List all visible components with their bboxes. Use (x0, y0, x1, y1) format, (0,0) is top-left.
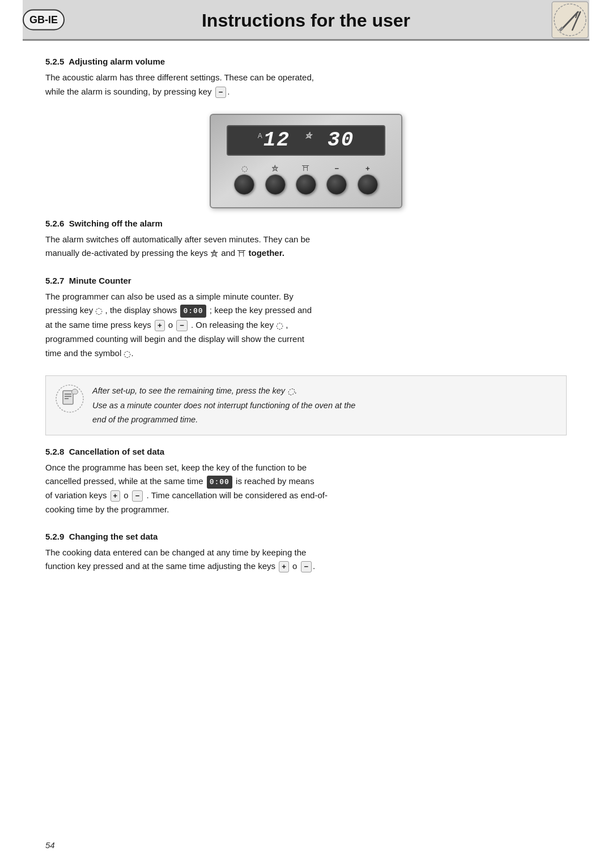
section-526-title: 5.2.6 Switching off the alarm (45, 219, 567, 228)
btn-flame (265, 174, 286, 195)
note-icon (55, 384, 84, 413)
plus-key-icon-1: + (155, 320, 165, 331)
bell-icon-note: ◌ (287, 387, 295, 396)
btn-minus (326, 174, 347, 195)
display-buttons-row: ◌ ⛤ ⛩ − (227, 165, 385, 195)
plus-key-icon-3: + (279, 561, 289, 572)
display-image-container: A 12 ⛤ 30 ◌ ⛤ (45, 114, 567, 208)
minus-label-icon: − (335, 165, 339, 172)
minus-key-icon-2: − (176, 320, 188, 331)
flame-icon-inline1: ⛤ (210, 249, 219, 258)
plus-key-icon-2: + (110, 490, 121, 502)
flame-label-icon: ⛤ (271, 165, 279, 172)
minus-key-icon-4: − (301, 561, 312, 572)
btn-bell (234, 174, 254, 195)
bell-icon-inline2: ◌ (276, 320, 283, 330)
display-time: 12 ⛤ 30 (264, 129, 355, 152)
bell-icon-inline3: ◌ (124, 349, 131, 358)
display-0-00-inline2: 0:00 (207, 476, 232, 489)
section-529: 5.2.9 Changing the set data The cooking … (45, 532, 567, 574)
section-525-body: The acoustic alarm has three different s… (45, 71, 567, 99)
section-525-title: 5.2.5 Adjusting alarm volume (45, 57, 567, 66)
bell-icon-inline1: ◌ (95, 306, 103, 315)
section-527-title: 5.2.7 Minute Counter (45, 276, 567, 285)
btn-group-plus: + (358, 165, 378, 195)
plus-label-icon: + (366, 165, 370, 172)
display-0-00-inline1: 0:00 (180, 305, 206, 318)
main-content: 5.2.5 Adjusting alarm volume The acousti… (0, 41, 612, 611)
grill-icon-inline1: ⛩ (237, 249, 246, 258)
page-title: Instructions for the user (202, 10, 410, 31)
section-528-title: 5.2.8 Cancellation of set data (45, 447, 567, 456)
note-box: After set-up, to see the remaining time,… (45, 375, 567, 435)
btn-group-flame: ⛤ (265, 165, 286, 195)
section-529-body: The cooking data entered can be changed … (45, 546, 567, 574)
chef-icon (551, 1, 589, 39)
section-528: 5.2.8 Cancellation of set data Once the … (45, 447, 567, 517)
section-528-body: Once the programme has been set, keep th… (45, 461, 567, 517)
note-text: After set-up, to see the remaining time,… (92, 384, 355, 426)
section-527: 5.2.7 Minute Counter The programmer can … (45, 276, 567, 361)
btn-group-grill: ⛩ (296, 165, 316, 195)
page-header: GB-IE Instructions for the user (23, 0, 589, 41)
flame-icon-small: ⛤ (305, 132, 313, 140)
display-box: A 12 ⛤ 30 ◌ ⛤ (210, 114, 402, 208)
minus-key-icon: − (215, 87, 227, 98)
page-number: 54 (45, 840, 55, 850)
btn-plus (358, 174, 378, 195)
section-525: 5.2.5 Adjusting alarm volume The acousti… (45, 57, 567, 99)
minus-key-icon-3: − (132, 490, 143, 502)
section-527-body: The programmer can also be used as a sim… (45, 290, 567, 361)
btn-group-minus: − (326, 165, 347, 195)
btn-grill (296, 174, 316, 195)
display-a-label: A (258, 132, 262, 140)
display-screen: A 12 ⛤ 30 (227, 125, 385, 156)
section-526: 5.2.6 Switching off the alarm The alarm … (45, 219, 567, 261)
gb-ie-logo: GB-IE (23, 9, 65, 30)
section-529-title: 5.2.9 Changing the set data (45, 532, 567, 541)
btn-group-bell: ◌ (234, 165, 254, 195)
section-526-body: The alarm switches off automatically aft… (45, 233, 567, 261)
bell-label-icon: ◌ (241, 165, 248, 172)
grill-label-icon: ⛩ (302, 165, 309, 172)
